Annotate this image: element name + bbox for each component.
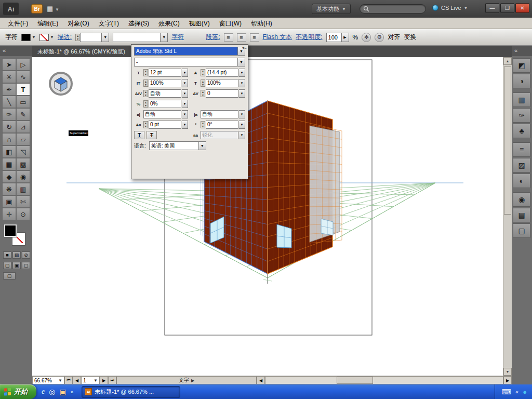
next-artboard-button[interactable]: ▶ (100, 376, 108, 384)
artboard-number-combo[interactable]: 1 ▼ (81, 376, 100, 384)
zoom-tool[interactable]: ⊙ (16, 208, 30, 220)
character-rotation-stepper[interactable]: ▲▼ (201, 121, 205, 128)
baseline-shift-field[interactable]: Aa ▲▼ 0 pt ▼ (134, 121, 188, 129)
blend-tool[interactable]: ◉ (16, 170, 30, 183)
panel-swatches[interactable]: ▦ (513, 92, 530, 107)
character-rotation-field[interactable]: ° ▲▼ 0° ▼ (191, 121, 245, 129)
paragraph-panel-link[interactable]: 段落: (206, 33, 220, 42)
vertical-scrollbar[interactable]: ▲ ▼ (503, 57, 512, 376)
fill-color-control[interactable]: ▼ (21, 34, 36, 41)
type-tool[interactable]: T (16, 83, 30, 96)
close-button[interactable]: ✕ (515, 3, 529, 13)
align-left-button[interactable]: ≡ (224, 33, 233, 42)
eyedropper-tool[interactable]: ◆ (2, 170, 16, 183)
scale-tool[interactable]: ⊿ (16, 121, 30, 133)
horizontal-scroll-thumb[interactable] (337, 377, 373, 384)
panel-brushes[interactable]: ✑ (513, 108, 530, 123)
last-artboard-button[interactable]: ⏭ (108, 376, 116, 384)
menu-view[interactable]: 视图(V) (184, 18, 215, 29)
menu-help[interactable]: 帮助(H) (246, 18, 277, 29)
panel-transparency[interactable]: ◐ (513, 174, 530, 188)
font-style-combo[interactable]: - ▼ (134, 58, 245, 66)
font-size-field[interactable]: T ▲▼ 12 pt ▼ (134, 69, 188, 77)
collapse-tools-button[interactable]: « (0, 46, 32, 56)
column-graph-tool[interactable]: ▥ (16, 183, 30, 195)
panel-stroke[interactable]: ≡ (513, 142, 530, 157)
align-center-button[interactable]: ≡ (237, 33, 246, 42)
vertical-scale-stepper[interactable]: ▲▼ (143, 79, 148, 87)
free-transform-tool[interactable]: ▱ (16, 133, 30, 145)
underline-button[interactable]: T (134, 131, 144, 139)
language-combo[interactable]: 英语: 美国 ▼ (149, 141, 206, 150)
minimize-button[interactable]: — (485, 3, 499, 13)
gradient-tool[interactable]: ▩ (16, 158, 30, 170)
magic-wand-tool[interactable]: ✳ (2, 71, 16, 83)
align-right-button[interactable]: ≡ (250, 33, 259, 42)
menu-file[interactable]: 文件(F) (3, 18, 33, 29)
scroll-right-arrow[interactable]: ▶ (503, 376, 512, 384)
first-artboard-button[interactable]: ⏮ (64, 376, 73, 384)
media-quicklaunch-icon[interactable]: ◎ (49, 388, 55, 396)
restore-button[interactable]: ❐ (500, 3, 514, 13)
none-mode-button[interactable]: ⊘ (22, 251, 30, 259)
rectangle-tool[interactable]: ▭ (16, 96, 30, 108)
panel-artboards[interactable]: ▢ (513, 223, 530, 238)
symbol-sprayer-tool[interactable]: ❋ (2, 183, 16, 195)
tracking-field[interactable]: AV ▲▼ 0 ▼ (191, 89, 245, 98)
selection-tool[interactable]: ➤ (2, 58, 16, 71)
panel-color-guide[interactable]: ◑ (513, 74, 530, 88)
transform-panel-button[interactable]: 变换 (404, 33, 416, 42)
pencil-tool[interactable]: ✎ (16, 108, 30, 121)
quicklaunch-overflow-chevron[interactable]: » (71, 389, 74, 395)
perspective-widget[interactable] (50, 73, 72, 95)
horizontal-scale-field[interactable]: T ▲▼ 100% ▼ (191, 79, 245, 87)
stroke-color-control[interactable]: ▼ (39, 34, 54, 41)
folder-quicklaunch-icon[interactable]: ▣ (59, 388, 66, 396)
tracking-stepper[interactable]: ▲▼ (201, 90, 205, 97)
vertical-scroll-thumb[interactable] (504, 66, 511, 215)
shape-builder-tool[interactable]: ◧ (2, 145, 16, 158)
font-family-combo[interactable]: Adobe 宋体 Std L ▼ (134, 47, 245, 56)
strikethrough-button[interactable]: T (147, 131, 157, 139)
tsume-left-field[interactable]: a| 自动 ▼ (134, 110, 188, 118)
hand-tool[interactable]: ✛ (2, 208, 16, 220)
canvas[interactable]: Supermarket (32, 57, 503, 376)
scroll-down-arrow[interactable]: ▼ (503, 368, 512, 376)
messenger-tray-icon[interactable]: ● (523, 388, 527, 396)
screen-mode-button[interactable]: ▢ (3, 272, 16, 280)
tsume-right-field[interactable]: |a 自动 ▼ (191, 110, 245, 118)
draw-behind-button[interactable]: ▣ (12, 262, 21, 269)
opacity-link[interactable]: 不透明度: (296, 33, 322, 42)
taskbar-item-illustrator[interactable]: Ai 未标题-1* @ 66.67% ... (82, 386, 180, 398)
direct-selection-tool[interactable]: ▷ (16, 58, 30, 71)
kerning-stepper[interactable]: ▲▼ (143, 90, 148, 97)
baseline-shift-stepper[interactable]: ▲▼ (143, 121, 148, 128)
start-button[interactable]: 开始 (0, 384, 36, 399)
vertical-scale-field[interactable]: IT ▲▼ 100% ▼ (134, 79, 188, 87)
draw-inside-button[interactable]: ▢ (22, 262, 30, 269)
flash-text-link[interactable]: Flash 文本 (263, 33, 292, 42)
document-tab[interactable]: 未标题-1* @ 66.67% (CMYK/预览) (32, 46, 512, 57)
collapse-dock-button[interactable]: « (512, 46, 532, 56)
pen-tool[interactable]: ✒ (2, 83, 16, 96)
menu-effect[interactable]: 效果(C) (154, 18, 184, 29)
status-indicator[interactable]: 文字 ▶ (116, 376, 257, 384)
draw-normal-button[interactable]: ▢ (3, 262, 11, 269)
settings-icon[interactable]: ⚙ (375, 33, 384, 42)
scroll-up-arrow[interactable]: ▲ (503, 57, 512, 65)
panel-color[interactable]: ◩ (513, 58, 530, 73)
opacity-combo[interactable]: 100 ▶ (326, 33, 349, 42)
slice-tool[interactable]: ✄ (16, 195, 30, 208)
character-panel-link[interactable]: 字符 (171, 33, 184, 42)
rotate-tool[interactable]: ↻ (2, 121, 16, 133)
fill-proxy[interactable] (4, 224, 17, 237)
workspace-switcher[interactable]: 基本功能 ▼ (312, 4, 351, 14)
leading-field[interactable]: A ▲▼ (14.4 pt) ▼ (191, 69, 245, 77)
menu-select[interactable]: 选择(S) (124, 18, 154, 29)
proportional-spacing-field[interactable]: % ▲▼ 0% ▼ (134, 100, 188, 108)
antialias-combo[interactable]: aa 锐化 ▼ (191, 131, 245, 139)
width-tool[interactable]: ∩ (2, 133, 16, 145)
panel-layers[interactable]: ▤ (513, 208, 530, 222)
fill-stroke-widget[interactable] (4, 224, 27, 247)
keyboard-layout-icon[interactable]: ⌨ (501, 388, 511, 396)
